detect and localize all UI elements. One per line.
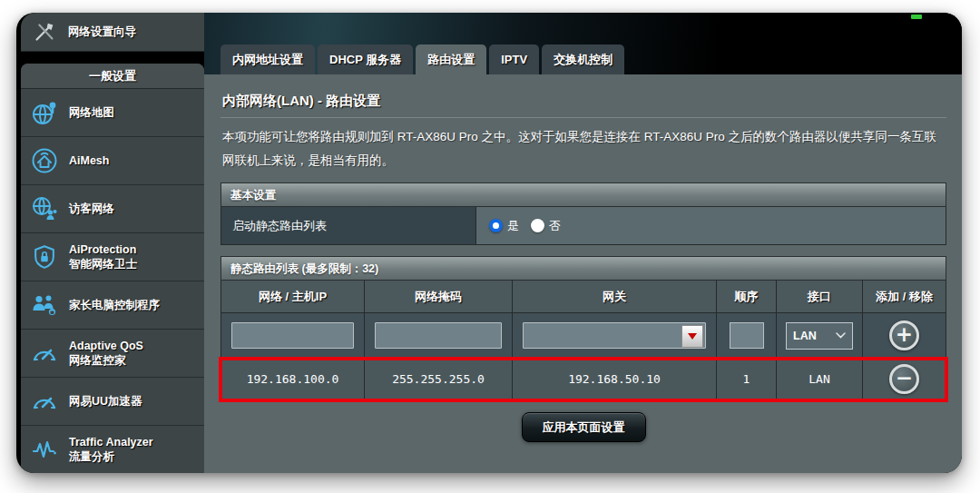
wrench-icon	[28, 17, 61, 46]
metric-input[interactable]	[730, 322, 764, 349]
sidebar-item-uu-accelerator[interactable]: 网易UU加速器	[21, 378, 204, 426]
red-arrow-down-icon[interactable]	[681, 325, 703, 348]
col-header-metric: 顺序	[717, 281, 777, 313]
table-header-row: 网络 / 主机IP 网络掩码 网关 顺序 接口 添加 / 移除	[220, 281, 946, 313]
enable-static-route-field: 是 否	[476, 207, 946, 244]
route-metric-value: 1	[717, 359, 777, 400]
main-area: 内网地址设置 DHCP 服务器 路由设置 IPTV 交换机控制 内部网络(LAN…	[204, 13, 962, 473]
col-header-interface: 接口	[777, 281, 863, 313]
sidebar: 网络设置向导 一般设置 网络地图	[16, 13, 204, 473]
radio-option-no[interactable]: 否	[531, 218, 561, 234]
sidebar-item-setup-wizard[interactable]: 网络设置向导	[21, 13, 204, 52]
tab-lan-ip[interactable]: 内网地址设置	[220, 44, 315, 74]
sidebar-item-label: 网络设置向导	[68, 25, 136, 39]
tab-route[interactable]: 路由设置	[416, 44, 486, 74]
enable-static-route-label: 启动静态路由列表	[221, 207, 476, 244]
route-interface-value: LAN	[777, 359, 863, 400]
sidebar-item-label: 网络地图	[69, 106, 114, 119]
shield-lock-icon	[28, 242, 61, 271]
sidebar-item-traffic-analyzer[interactable]: Traffic Analyzer 流量分析	[21, 426, 204, 473]
sidebar-item-adaptive-qos[interactable]: Adaptive QoS 网络监控家	[21, 330, 204, 378]
apply-button[interactable]: 应用本页面设置	[522, 412, 646, 442]
router-admin-window: 网络设置向导 一般设置 网络地图	[16, 13, 962, 473]
route-gateway-value: 192.168.50.10	[513, 359, 717, 400]
content-panel: 内部网络(LAN) - 路由设置 本项功能可让您将路由规则加到 RT-AX86U…	[204, 74, 962, 473]
sidebar-item-sublabel: 智能网络卫士	[69, 257, 137, 271]
route-network-ip-value: 192.168.100.0	[220, 359, 365, 400]
title-divider	[220, 117, 946, 118]
sidebar-item-label: AiMesh	[69, 154, 109, 167]
network-map-icon	[28, 98, 61, 127]
col-header-network-ip: 网络 / 主机IP	[220, 281, 365, 313]
aimesh-icon	[28, 146, 61, 175]
parental-control-icon	[28, 291, 61, 320]
basic-config-row: 启动静态路由列表 是 否	[220, 207, 946, 245]
qos-gauge-icon	[28, 339, 61, 368]
page-title: 内部网络(LAN) - 路由设置	[222, 93, 951, 110]
sidebar-item-aimesh[interactable]: AiMesh	[21, 137, 204, 185]
static-route-row-highlighted: 192.168.100.0 255.255.255.0 192.168.50.1…	[220, 359, 946, 400]
tab-switch-control[interactable]: 交换机控制	[542, 44, 624, 74]
accelerator-gauge-icon	[28, 387, 61, 416]
table-input-row: LAN +	[220, 313, 946, 359]
tab-dhcp-server[interactable]: DHCP 服务器	[318, 44, 413, 74]
chevron-down-icon	[836, 332, 846, 339]
sidebar-section-general: 一般设置	[21, 64, 204, 89]
radio-no-icon[interactable]	[531, 219, 544, 232]
traffic-waveform-icon	[28, 435, 61, 464]
sidebar-item-label: 网易UU加速器	[69, 395, 142, 408]
sidebar-item-label: Adaptive QoS	[69, 340, 143, 352]
section-basic-config: 基本设置	[220, 182, 946, 207]
radio-no-label: 否	[549, 218, 561, 234]
tab-iptv[interactable]: IPTV	[489, 44, 539, 74]
power-led-icon	[911, 15, 922, 19]
sidebar-item-label: Traffic Analyzer	[69, 436, 153, 449]
section-static-route-list: 静态路由列表 (最多限制：32)	[220, 256, 946, 281]
page-description: 本项功能可让您将路由规则加到 RT-AX86U Pro 之中。这对于如果您是连接…	[222, 125, 946, 172]
sidebar-item-sublabel: 流量分析	[69, 449, 153, 464]
netmask-input[interactable]	[375, 322, 501, 349]
sidebar-item-aiprotection[interactable]: AiProtection 智能网络卫士	[21, 233, 204, 281]
col-header-add-remove: 添加 / 移除	[863, 281, 946, 313]
sidebar-item-guest-network[interactable]: 访客网络	[21, 185, 204, 233]
sidebar-general-group: 一般设置 网络地图 AiMesh	[21, 64, 204, 473]
add-route-button[interactable]: +	[889, 320, 919, 350]
route-netmask-value: 255.255.255.0	[365, 359, 513, 400]
gateway-input[interactable]	[523, 322, 706, 349]
interface-select-value: LAN	[793, 330, 817, 342]
sidebar-item-parental-controls[interactable]: 家长电脑控制程序	[21, 281, 204, 330]
tab-bar: 内网地址设置 DHCP 服务器 路由设置 IPTV 交换机控制	[220, 44, 624, 74]
top-banner: 内网地址设置 DHCP 服务器 路由设置 IPTV 交换机控制	[204, 13, 962, 74]
static-route-table: 网络 / 主机IP 网络掩码 网关 顺序 接口 添加 / 移除	[220, 281, 946, 400]
radio-yes-label: 是	[507, 218, 519, 234]
sidebar-item-sublabel: 网络监控家	[69, 353, 143, 368]
sidebar-item-label: 访客网络	[69, 202, 114, 215]
network-ip-input[interactable]	[231, 322, 354, 349]
radio-option-yes[interactable]: 是	[489, 218, 519, 234]
sidebar-item-label: AiProtection	[69, 243, 136, 256]
interface-select[interactable]: LAN	[786, 322, 853, 350]
col-header-gateway: 网关	[513, 281, 717, 313]
radio-yes-icon[interactable]	[489, 219, 503, 232]
sidebar-item-network-map[interactable]: 网络地图	[21, 89, 204, 137]
col-header-netmask: 网络掩码	[365, 281, 513, 313]
sidebar-item-label: 家长电脑控制程序	[69, 299, 160, 311]
guest-network-icon	[28, 194, 61, 223]
remove-route-button[interactable]: −	[889, 364, 919, 394]
